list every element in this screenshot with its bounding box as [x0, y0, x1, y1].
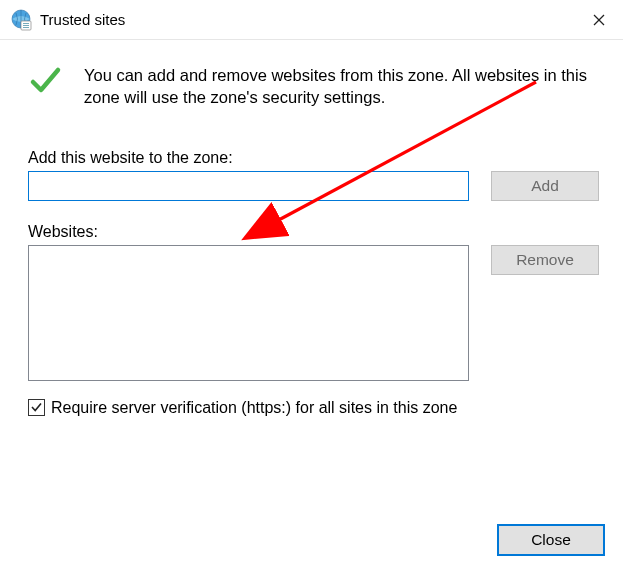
info-row: You can add and remove websites from thi… [28, 64, 599, 109]
close-button[interactable]: Close [497, 524, 605, 556]
window-close-button[interactable] [575, 0, 623, 40]
info-text: You can add and remove websites from thi… [84, 64, 599, 109]
dialog-footer: Close [497, 524, 605, 556]
close-icon [593, 14, 605, 26]
add-button[interactable]: Add [491, 171, 599, 201]
add-website-label: Add this website to the zone: [28, 149, 599, 167]
require-https-label: Require server verification (https:) for… [51, 399, 457, 417]
window-title: Trusted sites [40, 11, 575, 28]
websites-row: Remove [28, 245, 599, 381]
add-website-input[interactable] [28, 171, 469, 201]
websites-label: Websites: [28, 223, 599, 241]
remove-button[interactable]: Remove [491, 245, 599, 275]
globe-security-icon [10, 9, 32, 31]
require-https-checkbox-row[interactable]: Require server verification (https:) for… [28, 399, 599, 417]
titlebar: Trusted sites [0, 0, 623, 40]
add-row: Add [28, 171, 599, 201]
websites-listbox[interactable] [28, 245, 469, 381]
checkbox-icon [28, 399, 45, 416]
dialog-content: You can add and remove websites from thi… [0, 40, 623, 417]
checkmark-icon [28, 64, 62, 98]
